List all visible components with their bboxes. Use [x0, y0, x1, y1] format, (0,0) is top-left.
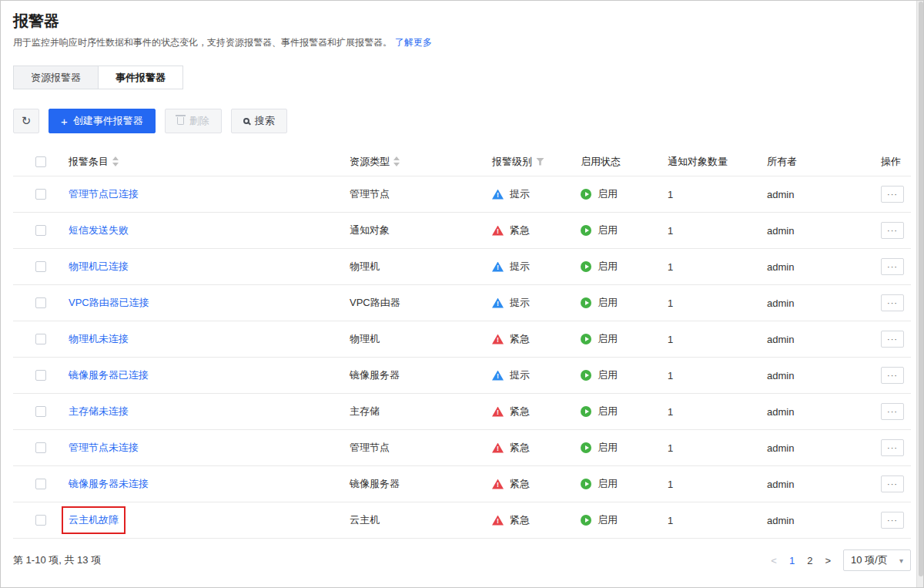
alert-level-icon: ! — [492, 407, 504, 417]
row-checkbox[interactable] — [35, 479, 46, 489]
chevron-down-icon: ▾ — [899, 556, 903, 565]
select-all-checkbox[interactable] — [35, 156, 46, 167]
plus-icon: + — [61, 115, 68, 128]
refresh-button[interactable]: ↻ — [13, 109, 39, 133]
notify-count-value: 1 — [668, 479, 673, 490]
table-row: VPC路由器已连接 VPC路由器 !提示 启用 1 admin ··· — [13, 285, 911, 321]
enabled-status-icon — [581, 442, 591, 453]
row-checkbox[interactable] — [35, 370, 46, 381]
alert-level-icon: ! — [492, 371, 504, 381]
table-row: 物理机未连接 物理机 !紧急 启用 1 admin ··· — [13, 321, 911, 358]
row-checkbox[interactable] — [35, 297, 46, 308]
column-header-actions: 操作 — [881, 155, 901, 169]
vertical-scrollbar[interactable] — [916, 1, 923, 587]
delete-button: 删除 — [165, 109, 222, 133]
row-actions-button[interactable]: ··· — [881, 186, 904, 203]
row-checkbox[interactable] — [35, 406, 46, 417]
page-button-2[interactable]: 2 — [807, 555, 812, 566]
enabled-status-icon — [581, 297, 591, 308]
alarm-name-link[interactable]: 短信发送失败 — [69, 223, 129, 237]
sort-icon-name[interactable] — [112, 156, 119, 166]
alarm-name-link[interactable]: 云主机故障 — [69, 513, 119, 527]
enabled-status-label: 启用 — [598, 477, 618, 491]
delete-button-label: 删除 — [189, 114, 209, 128]
notify-count-value: 1 — [668, 189, 673, 200]
alert-level-label: 紧急 — [510, 477, 530, 491]
row-checkbox[interactable] — [35, 189, 46, 200]
row-actions-button[interactable]: ··· — [881, 367, 904, 384]
owner-value: admin — [767, 442, 794, 454]
sort-icon-resource-type[interactable] — [393, 156, 400, 166]
resource-type-value: 通知对象 — [350, 223, 390, 237]
row-actions-button[interactable]: ··· — [881, 475, 904, 492]
learn-more-link[interactable]: 了解更多 — [395, 37, 432, 48]
search-button-label: 搜索 — [255, 114, 275, 128]
owner-value: admin — [767, 297, 794, 309]
column-header-resource-type: 资源类型 — [350, 155, 390, 169]
alert-level-label: 提示 — [510, 368, 530, 382]
owner-value: admin — [767, 370, 794, 381]
row-checkbox[interactable] — [35, 225, 46, 236]
alarm-name-link[interactable]: 物理机未连接 — [69, 332, 129, 346]
owner-value: admin — [767, 225, 794, 237]
row-checkbox[interactable] — [35, 515, 46, 526]
row-checkbox[interactable] — [35, 442, 46, 453]
scrollbar-thumb[interactable] — [919, 2, 923, 576]
table-row: 管理节点已连接 管理节点 !提示 启用 1 admin ··· — [13, 176, 911, 213]
alarm-name-link[interactable]: 镜像服务器已连接 — [69, 368, 149, 382]
tab-event-alarms[interactable]: 事件报警器 — [99, 66, 183, 89]
row-actions-button[interactable]: ··· — [881, 439, 904, 456]
row-actions-button[interactable]: ··· — [881, 258, 904, 275]
refresh-icon: ↻ — [22, 114, 32, 128]
enabled-status-icon — [581, 406, 591, 417]
row-actions-button[interactable]: ··· — [881, 294, 904, 311]
notify-count-value: 1 — [668, 515, 673, 526]
alert-level-icon: ! — [492, 190, 504, 200]
alarm-name-link[interactable]: 镜像服务器未连接 — [69, 477, 149, 491]
prev-page-button[interactable]: < — [771, 555, 777, 566]
alarm-name-link[interactable]: VPC路由器已连接 — [69, 296, 149, 310]
row-actions-button[interactable]: ··· — [881, 512, 904, 529]
page-description: 用于监控并响应时序性数据和事件的状态变化，支持资源报警器、事件报警器和扩展报警器… — [13, 37, 392, 48]
alert-level-icon: ! — [492, 226, 504, 236]
tab-resource-alarms[interactable]: 资源报警器 — [13, 66, 99, 89]
column-header-name: 报警条目 — [69, 155, 109, 169]
alarms-table: 报警条目 资源类型 报警级别 启用状态 通知对象数量 所有者 操作 管理节点已连… — [13, 147, 911, 539]
alarm-name-link[interactable]: 管理节点已连接 — [69, 187, 139, 201]
page-button-1[interactable]: 1 — [789, 555, 795, 566]
owner-value: admin — [767, 479, 794, 490]
enabled-status-icon — [581, 334, 591, 344]
row-actions-button[interactable]: ··· — [881, 331, 904, 348]
page-size-value: 10 项/页 — [851, 553, 888, 567]
notify-count-value: 1 — [668, 406, 673, 418]
notify-count-value: 1 — [668, 261, 673, 273]
enabled-status-label: 启用 — [598, 296, 618, 310]
row-checkbox[interactable] — [35, 334, 46, 344]
row-checkbox[interactable] — [35, 261, 46, 272]
alarm-name-link[interactable]: 管理节点未连接 — [69, 441, 139, 455]
resource-type-value: 管理节点 — [350, 187, 390, 201]
enabled-status-label: 启用 — [598, 223, 618, 237]
owner-value: admin — [767, 189, 794, 200]
alert-level-icon: ! — [492, 262, 504, 272]
alarm-name-link[interactable]: 物理机已连接 — [69, 260, 129, 274]
page-size-select[interactable]: 10 项/页 ▾ — [843, 549, 911, 571]
owner-value: admin — [767, 261, 794, 273]
row-actions-button[interactable]: ··· — [881, 222, 904, 239]
notify-count-value: 1 — [668, 442, 673, 454]
filter-icon-level[interactable] — [536, 158, 544, 166]
enabled-status-icon — [581, 261, 591, 272]
next-page-button[interactable]: > — [825, 555, 831, 566]
create-event-alarm-button[interactable]: +创建事件报警器 — [49, 109, 156, 133]
table-body: 管理节点已连接 管理节点 !提示 启用 1 admin ··· 短信发送失败 通… — [13, 176, 911, 539]
row-actions-button[interactable]: ··· — [881, 403, 904, 420]
event-alarms-page: 报警器 用于监控并响应时序性数据和事件的状态变化，支持资源报警器、事件报警器和扩… — [0, 0, 924, 588]
alert-level-icon: ! — [492, 334, 504, 344]
column-header-owner: 所有者 — [767, 155, 797, 169]
column-header-notify-count: 通知对象数量 — [668, 155, 728, 169]
search-button[interactable]: 搜索 — [231, 109, 287, 133]
table-row: 管理节点未连接 管理节点 !紧急 启用 1 admin ··· — [13, 430, 911, 466]
enabled-status-label: 启用 — [598, 513, 618, 527]
column-header-level: 报警级别 — [492, 155, 532, 169]
alarm-name-link[interactable]: 主存储未连接 — [69, 405, 129, 418]
